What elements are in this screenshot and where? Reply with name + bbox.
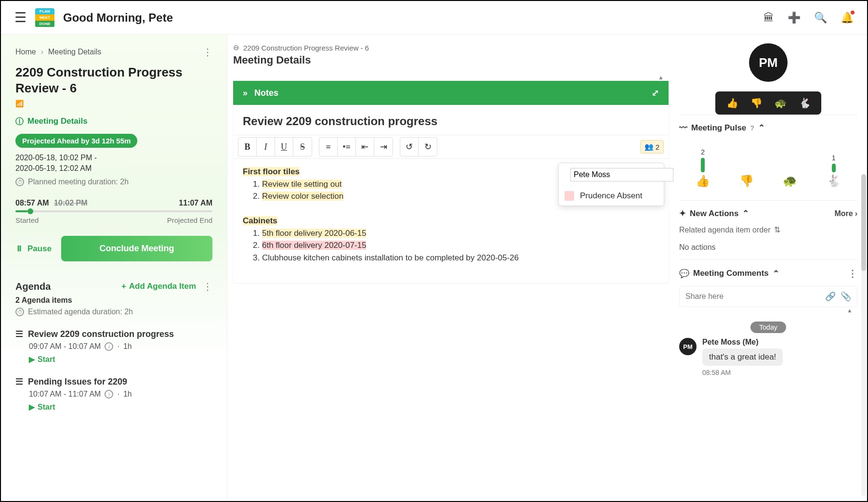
- timeline-start: 08:57 AM: [15, 199, 49, 207]
- conclude-meeting-button[interactable]: Conclude Meeting: [61, 236, 212, 261]
- notes-line: Review tile setting out: [262, 180, 342, 189]
- notes-heading: Cabinets: [243, 216, 277, 225]
- notes-title: Review 2209 construction progress: [233, 105, 669, 135]
- chevron-up-icon[interactable]: ⌃: [773, 269, 779, 279]
- comment-text: that's a great idea!: [702, 348, 783, 366]
- strike-button[interactable]: S: [293, 138, 312, 156]
- agenda-item-title: Review 2209 construction progress: [28, 329, 174, 339]
- presence-user-row[interactable]: [559, 163, 664, 186]
- logo-line: MEET: [35, 14, 54, 21]
- pulse-emoji: 🐇: [827, 174, 841, 188]
- unordered-list-button[interactable]: •≡: [338, 138, 356, 156]
- info-icon: i: [105, 342, 113, 351]
- agenda-count: 2 Agenda items: [15, 296, 212, 305]
- compress-icon[interactable]: ⤢: [652, 88, 659, 98]
- chevron-right-icon: ›: [41, 48, 43, 56]
- agenda-heading: Agenda: [15, 281, 51, 292]
- projected-badge: Projected Ahead by 3d 12h 55m: [15, 134, 137, 148]
- agenda-item-time: 10:07 AM - 11:07 AM: [29, 390, 101, 399]
- users-icon: 👥: [644, 142, 654, 151]
- timeline-end: 11:07 AM: [179, 199, 212, 207]
- pulse-column: 2 👍: [696, 148, 710, 188]
- help-icon[interactable]: ?: [750, 124, 754, 132]
- scroll-up-icon[interactable]: ▲: [679, 307, 857, 314]
- agenda-start-button[interactable]: ▶Start: [29, 402, 212, 412]
- chevron-up-icon[interactable]: ⌃: [742, 208, 749, 219]
- notes-header[interactable]: » Notes ⤢: [233, 81, 669, 105]
- underline-button[interactable]: U: [275, 138, 293, 156]
- presence-name-input[interactable]: [570, 168, 673, 181]
- bold-button[interactable]: B: [238, 138, 257, 156]
- agenda-kebab-icon[interactable]: ⋮: [203, 281, 212, 292]
- notes-line: Review color selection: [262, 192, 343, 201]
- pulse-heading: Meeting Pulse: [691, 123, 746, 133]
- rabbit-icon[interactable]: 🐇: [799, 97, 811, 109]
- meeting-details-link[interactable]: ⓘ Meeting Details: [15, 116, 212, 127]
- agenda-est-text: Estimated agenda duration: 2h: [28, 308, 133, 316]
- undo-button[interactable]: ↺: [400, 138, 419, 156]
- list-icon: ☰: [15, 329, 23, 339]
- agenda-item[interactable]: ☰Review 2209 construction progress 09:07…: [15, 329, 212, 364]
- comment-input[interactable]: [685, 292, 820, 301]
- agenda-item[interactable]: ☰Pending Issues for 2209 10:07 AM - 11:0…: [15, 376, 212, 412]
- presence-button[interactable]: 👥 2 Prudence Absent: [640, 140, 664, 154]
- scroll-up-icon[interactable]: ▲: [233, 74, 669, 81]
- meeting-title-text: 2209 Construction Progress Review - 6: [15, 64, 212, 96]
- breadcrumb-home[interactable]: Home: [15, 48, 36, 56]
- comment-item: PM Pete Moss (Me) that's a great idea! 0…: [679, 338, 857, 376]
- timeline-track[interactable]: [15, 210, 212, 212]
- thumbs-up-icon[interactable]: 👍: [726, 97, 738, 109]
- notifications-icon[interactable]: 🔔: [841, 12, 854, 24]
- comment-author: Pete Moss (Me): [702, 338, 783, 347]
- right-sidebar: PM 👍 👎 🐢 🐇 〰 Meeting Pulse ? ⌃ 2: [674, 35, 867, 501]
- play-icon: ▶: [29, 402, 35, 412]
- meeting-title: 2209 Construction Progress Review - 6 📶: [15, 64, 212, 108]
- breadcrumb-current[interactable]: Meeting Details: [48, 48, 101, 56]
- attach-icon[interactable]: 📎: [841, 291, 851, 302]
- reaction-bar: 👍 👎 🐢 🐇: [715, 91, 821, 115]
- link-icon[interactable]: 🔗: [825, 291, 836, 302]
- today-pill: Today: [750, 322, 786, 333]
- clock-icon: ⏱: [15, 308, 24, 316]
- add-agenda-button[interactable]: + Add Agenda Item: [121, 282, 196, 291]
- ordered-list-button[interactable]: ≡: [319, 138, 338, 156]
- comment-time: 08:58 AM: [702, 369, 783, 376]
- turtle-icon[interactable]: 🐢: [775, 97, 787, 109]
- actions-sort[interactable]: Related agenda item order ⇅: [679, 225, 857, 234]
- sparkle-icon: ✦: [679, 208, 686, 219]
- presence-user-row[interactable]: Prudence Absent: [559, 186, 664, 206]
- agenda-start-button[interactable]: ▶Start: [29, 355, 212, 364]
- logo-line: DONE: [35, 21, 54, 27]
- avatar[interactable]: PM: [749, 43, 788, 82]
- no-actions-text: No actions: [679, 243, 857, 252]
- sidebar-kebab-icon[interactable]: ⋮: [203, 46, 212, 58]
- add-icon[interactable]: ➕: [788, 12, 801, 24]
- notes-line: 6th floor delivery 2020-07-15: [262, 241, 366, 250]
- presence-count-text: 2: [656, 143, 659, 151]
- thumbs-down-icon[interactable]: 👎: [750, 97, 763, 109]
- org-icon[interactable]: 🏛: [763, 12, 774, 24]
- chevron-up-icon[interactable]: ⌃: [758, 123, 765, 133]
- pause-button[interactable]: ⏸ Pause: [15, 244, 52, 254]
- redo-button[interactable]: ↻: [419, 138, 437, 156]
- chevron-right-icon: ›: [855, 209, 857, 218]
- pulse-column: 🐢: [783, 170, 797, 188]
- italic-button[interactable]: I: [257, 138, 275, 156]
- pulse-emoji: 🐢: [783, 174, 797, 188]
- timeline-handle[interactable]: [27, 208, 33, 214]
- pulse-emoji: 👍: [696, 174, 710, 188]
- indent-button[interactable]: ⇥: [374, 138, 393, 156]
- main-breadcrumb-text[interactable]: 2209 Construction Progress Review - 6: [243, 44, 369, 52]
- pause-icon: ⏸: [15, 244, 24, 254]
- comments-kebab-icon[interactable]: ⋮: [848, 268, 857, 279]
- notification-dot: [851, 11, 855, 14]
- more-link[interactable]: More›: [834, 209, 857, 218]
- scrollbar[interactable]: [861, 174, 866, 496]
- search-icon[interactable]: 🔍: [814, 12, 827, 24]
- menu-icon[interactable]: ☰: [14, 10, 26, 26]
- agenda-item-title: Pending Issues for 2209: [28, 377, 127, 387]
- meeting-date-range: 2020-05-18, 10:02 PM - 2020-05-19, 12:02…: [15, 153, 212, 174]
- outdent-button[interactable]: ⇤: [356, 138, 374, 156]
- page-title: Meeting Details: [233, 54, 669, 66]
- scrollbar-thumb[interactable]: [861, 174, 866, 271]
